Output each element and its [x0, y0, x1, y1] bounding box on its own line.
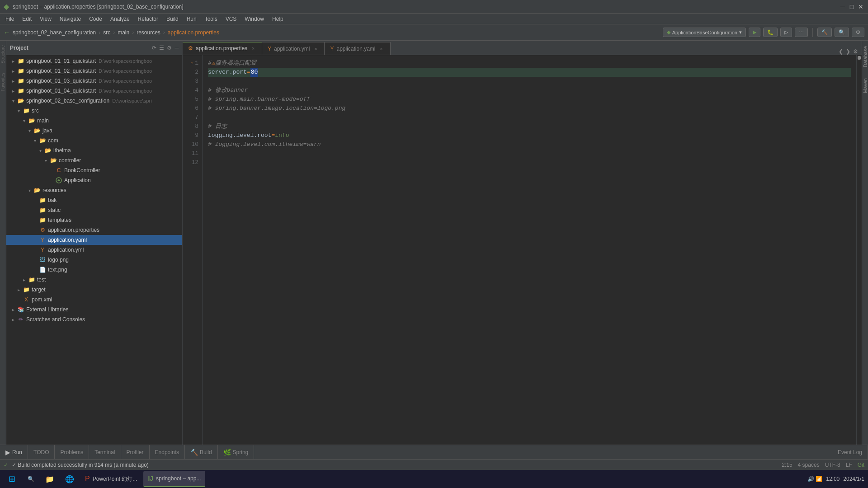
tree-item-springboot-02[interactable]: 📂 springboot_02_base_configuration D:\wo… [6, 96, 182, 106]
tree-item-logo-png[interactable]: 🖼 logo.png [6, 255, 182, 265]
back-icon[interactable]: ← [4, 29, 10, 36]
tree-item-src[interactable]: 📁 src [6, 106, 182, 116]
encoding-indicator[interactable]: UTF-8 [825, 462, 840, 468]
powerpoint-icon: P [85, 475, 90, 483]
close-icon[interactable]: ─ [175, 45, 179, 51]
close-button[interactable]: ✕ [857, 3, 864, 10]
run-tab-icon: ▶ [5, 449, 10, 456]
taskbar-app-intellij[interactable]: IJ springboot – app... [143, 471, 205, 487]
line-sep-indicator[interactable]: LF [846, 462, 852, 468]
sync-icon[interactable]: ⟳ [152, 45, 156, 51]
bottom-tab-profiler[interactable]: Profiler [121, 445, 150, 460]
search-button[interactable]: 🔍 [835, 28, 849, 37]
menu-vcs[interactable]: VCS [222, 15, 241, 23]
tree-item-com[interactable]: 📂 com [6, 136, 182, 145]
target-folder-icon: 📁 [23, 286, 30, 293]
tree-item-resources[interactable]: 📂 resources [6, 185, 182, 195]
bottom-tab-build[interactable]: 🔨 Build [185, 445, 218, 460]
bottom-tab-event-log[interactable]: Event Log [832, 445, 868, 460]
breadcrumb-project[interactable]: springboot_02_base_configuration [13, 29, 96, 36]
maximize-button[interactable]: □ [848, 3, 855, 10]
menu-window[interactable]: Window [241, 15, 268, 23]
tree-item-static[interactable]: 📁 static [6, 205, 182, 215]
breadcrumb-file[interactable]: application.properties [168, 29, 219, 36]
code-editor[interactable]: #⚠服务器端口配置 server.port=80 # 修改banner # sp… [203, 55, 856, 445]
tree-item-springboot-01-03[interactable]: 📁 springboot_01_03_quickstart D:\workspa… [6, 76, 182, 86]
tree-item-bookcontroller[interactable]: C BookController [6, 165, 182, 175]
menu-edit[interactable]: Edit [19, 15, 35, 23]
bottom-tab-spring[interactable]: 🌿 Spring [218, 445, 255, 460]
tree-item-scratches[interactable]: ✏ Scratches and Consoles [6, 314, 182, 324]
menu-file[interactable]: File [2, 15, 18, 23]
taskbar-search[interactable]: 🔍 [23, 471, 39, 487]
settings-button[interactable]: ⚙ [852, 28, 864, 37]
coverage-button[interactable]: ▷ [780, 28, 792, 37]
tree-item-springboot-01-04[interactable]: 📁 springboot_01_04_quickstart D:\workspa… [6, 86, 182, 96]
bottom-tab-terminal[interactable]: Terminal [89, 445, 121, 460]
settings-icon[interactable]: ⚙ [167, 45, 172, 51]
bottom-tab-endpoints[interactable]: Endpoints [150, 445, 185, 460]
tree-item-controller[interactable]: 📂 controller [6, 155, 182, 165]
tab-close-yml[interactable]: × [312, 46, 319, 52]
debug-button[interactable]: 🐛 [763, 28, 778, 37]
more-run-button[interactable]: ⋯ [795, 28, 808, 37]
menu-analyze[interactable]: Analyze [107, 15, 133, 23]
menu-code[interactable]: Code [85, 15, 106, 23]
label-templates: templates [48, 217, 71, 223]
tab-action-left[interactable]: ❮ [839, 48, 843, 55]
tree-item-pom[interactable]: X pom.xml [6, 295, 182, 305]
tab-close-yaml[interactable]: × [378, 46, 385, 52]
right-panel-maven[interactable]: Maven [861, 73, 868, 99]
tree-item-app-properties[interactable]: ⚙ application.properties [6, 225, 182, 235]
tree-item-external-libs[interactable]: 📚 External Libraries [6, 305, 182, 314]
run-button[interactable]: ▶ [749, 28, 760, 37]
bottom-tab-problems[interactable]: Problems [55, 445, 89, 460]
tree-item-app-yml[interactable]: Y application.yml [6, 245, 182, 255]
tab-action-settings[interactable]: ⚙ [853, 48, 858, 55]
left-strip-structure[interactable]: Structure [0, 41, 6, 68]
tree-item-itheima[interactable]: 📂 itheima [6, 145, 182, 155]
position-indicator[interactable]: 2:15 [782, 462, 792, 468]
vcs-icon[interactable]: Git [858, 462, 864, 468]
run-config-icon: ◆ [667, 29, 670, 35]
tree-item-app-yaml[interactable]: Y application.yaml [6, 235, 182, 245]
menu-refactor[interactable]: Refactor [134, 15, 162, 23]
taskbar-app-powerpoint[interactable]: P PowerPoint 幻灯... [80, 471, 142, 487]
menu-run[interactable]: Run [183, 15, 200, 23]
tree-item-text-png[interactable]: 📄 text.png [6, 265, 182, 275]
bottom-tab-run[interactable]: ▶ Run [0, 445, 28, 460]
menu-navigate[interactable]: Navigate [56, 15, 85, 23]
menu-help[interactable]: Help [269, 15, 287, 23]
minimize-button[interactable]: ─ [839, 3, 846, 10]
breadcrumb-src[interactable]: src [103, 29, 110, 36]
tab-application-properties[interactable]: ⚙ application.properties × [183, 42, 262, 55]
taskbar-app-explorer[interactable]: 📁 [41, 471, 59, 487]
tab-close-properties[interactable]: × [250, 45, 256, 52]
tree-item-bak[interactable]: 📁 bak [6, 195, 182, 205]
breadcrumb-main[interactable]: main [118, 29, 129, 36]
tree-item-target[interactable]: 📁 target [6, 285, 182, 295]
tree-item-springboot-01-02[interactable]: 📁 springboot_01_02_quickstart D:\workspa… [6, 66, 182, 76]
tab-application-yml[interactable]: Y application.yml × [262, 42, 325, 55]
menu-tools[interactable]: Tools [201, 15, 221, 23]
windows-start-button[interactable]: ⊞ [4, 471, 20, 487]
breadcrumb-resources[interactable]: resources [137, 29, 160, 36]
tree-item-java[interactable]: 📂 java [6, 126, 182, 136]
build-button[interactable]: 🔨 [817, 28, 832, 37]
tree-item-application[interactable]: Application [6, 175, 182, 185]
taskbar-app-chrome[interactable]: 🌐 [61, 471, 79, 487]
menu-view[interactable]: View [36, 15, 55, 23]
collapse-icon[interactable]: ☰ [159, 45, 164, 51]
tab-action-right[interactable]: ❯ [846, 48, 850, 55]
spaces-indicator[interactable]: 4 spaces [798, 462, 820, 468]
tree-item-springboot-01-01[interactable]: 📁 springboot_01_01_quickstart D:\workspa… [6, 56, 182, 66]
bottom-tab-todo[interactable]: TODO [28, 445, 55, 460]
left-strip-favorites[interactable]: Favorites [0, 68, 6, 96]
tree-item-templates[interactable]: 📁 templates [6, 215, 182, 225]
tab-application-yaml[interactable]: Y application.yaml × [325, 42, 390, 55]
tree-item-test[interactable]: 📁 test [6, 275, 182, 285]
menu-build[interactable]: Build [163, 15, 182, 23]
right-panel-database[interactable]: Database [861, 41, 868, 73]
run-config-dropdown[interactable]: ◆ ApplicationBaseConfiguration ▾ [663, 28, 746, 37]
tree-item-main[interactable]: 📂 main [6, 116, 182, 126]
